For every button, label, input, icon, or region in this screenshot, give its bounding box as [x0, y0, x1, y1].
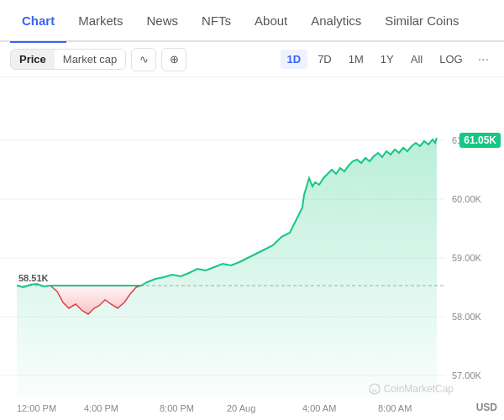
- svg-text:59.00K: 59.00K: [452, 253, 482, 263]
- time-all[interactable]: All: [404, 50, 429, 69]
- svg-text:M: M: [371, 387, 377, 394]
- svg-text:57.00K: 57.00K: [452, 370, 482, 381]
- tab-analytics[interactable]: Analytics: [299, 0, 373, 41]
- price-button[interactable]: Price: [11, 50, 55, 69]
- watermark: M CoinMarketCap: [369, 383, 454, 395]
- dollar-icon[interactable]: ⊕: [161, 48, 186, 71]
- tab-news[interactable]: News: [135, 0, 191, 41]
- svg-text:58.00K: 58.00K: [452, 312, 482, 322]
- tab-about[interactable]: About: [243, 0, 299, 41]
- current-price-badge: 61.05K: [459, 133, 501, 148]
- tab-nfts[interactable]: NFTs: [190, 0, 243, 41]
- tab-chart[interactable]: Chart: [10, 0, 66, 41]
- currency-label: USD: [476, 402, 497, 413]
- time-log[interactable]: LOG: [433, 50, 469, 69]
- watermark-text: CoinMarketCap: [384, 383, 454, 395]
- time-1d[interactable]: 1D: [281, 50, 308, 69]
- svg-text:12:00 PM: 12:00 PM: [17, 403, 56, 413]
- toolbar-left: Price Market cap ∿ ⊕: [10, 48, 276, 71]
- time-1y[interactable]: 1Y: [374, 50, 401, 69]
- svg-text:20 Aug: 20 Aug: [227, 403, 255, 413]
- svg-text:8:00 AM: 8:00 AM: [378, 403, 412, 413]
- tab-bar: Chart Markets News NFTs About Analytics …: [0, 0, 504, 42]
- more-options-icon[interactable]: ···: [473, 49, 494, 71]
- svg-text:60.00K: 60.00K: [452, 194, 482, 204]
- svg-text:4:00 PM: 4:00 PM: [84, 403, 118, 413]
- marketcap-button[interactable]: Market cap: [55, 50, 125, 69]
- price-marketcap-toggle: Price Market cap: [10, 49, 126, 70]
- tab-markets[interactable]: Markets: [66, 0, 134, 41]
- line-chart-icon[interactable]: ∿: [131, 48, 156, 71]
- toolbar: Price Market cap ∿ ⊕ 1D 7D 1M 1Y All LOG…: [0, 42, 504, 77]
- chart-container: 57.00K 58.00K 59.00K 60.00K 61.00K 12:00…: [0, 77, 504, 420]
- svg-text:58.51K: 58.51K: [18, 273, 49, 283]
- tab-similar-coins[interactable]: Similar Coins: [373, 0, 470, 41]
- price-chart: 57.00K 58.00K 59.00K 60.00K 61.00K 12:00…: [0, 77, 504, 420]
- time-1m[interactable]: 1M: [342, 50, 370, 69]
- toolbar-right: 1D 7D 1M 1Y All LOG ···: [281, 49, 494, 71]
- svg-text:8:00 PM: 8:00 PM: [160, 403, 194, 413]
- time-7d[interactable]: 7D: [311, 50, 339, 69]
- svg-text:4:00 AM: 4:00 AM: [302, 403, 336, 413]
